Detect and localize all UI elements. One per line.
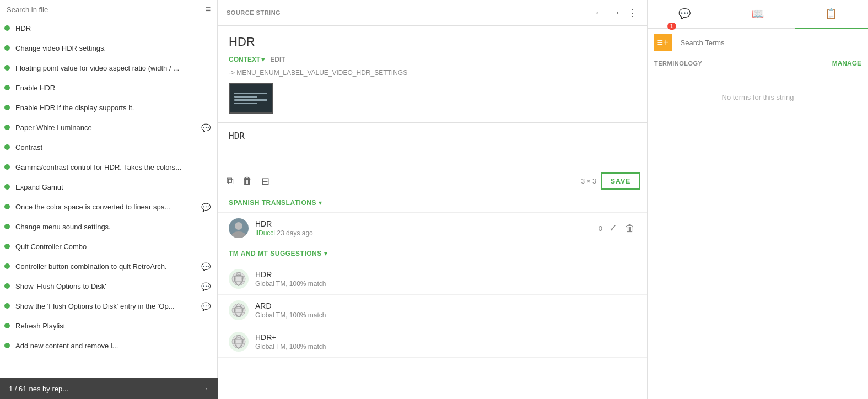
approve-button[interactable]: ✓ [608,221,618,235]
tm-item-meta: Global TM, 100% match [255,343,636,351]
manage-link[interactable]: MANAGE [832,60,861,67]
list-item[interactable]: Paper White Luminance 💬 [0,118,217,138]
nav-back-button[interactable]: ← [593,6,605,20]
tm-suggestions-header: TM AND MT SUGGESTIONS ▾ [218,244,647,263]
tm-suggestions-list: HDR Global TM, 100% match ARD Global TM,… [218,263,647,358]
source-thumbnail [229,83,273,114]
comments-icon: 💬 [678,8,691,20]
list-item[interactable]: Gamma/contrast control for HDR. Takes th… [0,158,217,178]
status-dot [4,263,10,269]
list-item[interactable]: Quit Controller Combo [0,238,217,257]
nav-forward-button[interactable]: → [610,6,622,20]
list-item-text: Change menu sound settings. [15,222,211,232]
list-item-text: Floating point value for video aspect ra… [15,63,211,73]
spanish-translations-list: HDR IlDucci 23 days ago 0 ✓ 🗑 [218,213,647,244]
tm-item-content: HDR+ Global TM, 100% match [255,333,636,351]
right-tabs: 💬 📖 📋 [648,0,868,29]
status-dot [4,25,10,31]
list-item[interactable]: Show 'Flush Options to Disk' 💬 [0,277,217,297]
list-item[interactable]: Change menu sound settings. [0,218,217,238]
list-item[interactable]: Floating point value for video aspect ra… [0,59,217,79]
toast-bar: 1 / 61 nes by rep... → [0,378,218,399]
list-item[interactable]: Once the color space is converted to lin… [0,198,217,218]
user-link[interactable]: IlDucci [255,229,275,237]
tm-avatar [229,269,249,289]
status-dot [4,105,10,110]
add-term-icon: ≡+ [657,37,668,48]
tm-suggestions-label: TM AND MT SUGGESTIONS [229,250,322,257]
thumb-line-4 [234,103,257,104]
term-search-input[interactable] [681,39,861,47]
translation-item: HDR IlDucci 23 days ago 0 ✓ 🗑 [218,213,647,244]
comment-icon: 💬 [201,262,211,271]
list-item[interactable]: Controller button combination to quit Re… [0,257,217,277]
status-dot [4,125,10,130]
tm-avatar [229,300,249,320]
list-item-text: Gamma/contrast control for HDR. Takes th… [15,163,211,172]
item-actions: 0 ✓ 🗑 [599,221,636,235]
list-item[interactable]: Show the 'Flush Options to Disk' entry i… [0,297,217,317]
tab-comments[interactable]: 💬 [648,0,721,29]
tm-suggestion-item: ARD Global TM, 100% match [218,295,647,326]
tm-suggestion-item: HDR Global TM, 100% match [218,263,647,295]
comment-icon: 💬 [201,302,211,311]
edit-link[interactable]: EDIT [270,56,285,63]
item-content: HDR IlDucci 23 days ago [255,219,592,237]
status-dot [4,144,10,150]
list-item-text: Expand Gamut [15,182,211,192]
translation-input[interactable]: HDR [218,123,647,167]
delete-button[interactable]: 🗑 [240,173,255,189]
left-header: ≡ [0,0,217,19]
delete-translation-button[interactable]: 🗑 [624,222,636,235]
tm-suggestions-chevron[interactable]: ▾ [324,250,327,257]
tm-avatar [229,332,249,352]
filter-icon[interactable]: ≡ [206,4,211,14]
status-dot [4,184,10,190]
list-item[interactable]: HDR [0,19,217,39]
status-dot [4,164,10,170]
toast-suffix: nes by rep... [29,385,69,393]
search-input[interactable] [7,6,206,14]
list-item[interactable]: Enable HDR if the display supports it. [0,99,217,118]
context-link[interactable]: CONTEXT ▾ [229,56,265,63]
add-term-button[interactable]: ≡+ [654,34,672,51]
list-item-text: Change video HDR settings. [15,44,211,53]
comment-icon: 💬 [201,203,211,212]
list-item-text: Enable HDR [15,83,211,93]
list-item[interactable]: Expand Gamut [0,178,217,198]
tm-item-title: HDR+ [255,333,636,342]
context-path: -> MENU_ENUM_LABEL_VALUE_VIDEO_HDR_SETTI… [229,69,636,77]
tab-glossary[interactable]: 📖 [721,0,794,29]
glossary-icon: 📖 [752,8,764,20]
terminology-row: TERMINOLOGY MANAGE [648,56,868,71]
thumb-lines [234,93,267,104]
more-options-button[interactable]: ⋮ [626,6,638,20]
list-item[interactable]: Change video HDR settings. [0,39,217,59]
status-dot [4,85,10,90]
tm-item-title: ARD [255,301,636,310]
save-button[interactable]: SAVE [601,172,640,190]
time-ago: 23 days ago [277,229,312,237]
svg-point-0 [235,222,242,230]
spanish-translations-chevron[interactable]: ▾ [319,199,322,207]
right-panel: 💬 📖 📋 ≡+ 1 TERMINOLOGY MANAGE No terms f… [648,0,868,399]
status-dot [4,343,10,348]
list-item[interactable]: Add new content and remove i... [0,337,217,357]
char-count: 3 × 3 [581,177,596,185]
translation-area: HDR ⧉ 🗑 ⊟ 3 × 3 SAVE [218,123,647,193]
tm-item-meta: Global TM, 100% match [255,280,636,288]
list-item[interactable]: Refresh Playlist [0,317,217,337]
list-item-text: HDR [15,24,211,34]
list-item[interactable]: Enable HDR [0,79,217,99]
svg-point-1 [231,231,246,238]
tab-info[interactable]: 📋 [795,0,868,29]
vote-count: 0 [599,224,602,233]
spanish-translations-label: SPANISH TRANSLATIONS [229,199,316,207]
copy-source-button[interactable]: ⧉ [224,173,236,189]
tm-item-title: HDR [255,270,636,279]
list-item[interactable]: Contrast [0,138,217,158]
list-item-text: Controller button combination to quit Re… [15,262,198,272]
thumb-line-2 [234,96,257,98]
toast-arrow-icon[interactable]: → [200,384,209,393]
history-button[interactable]: ⊟ [259,173,272,190]
